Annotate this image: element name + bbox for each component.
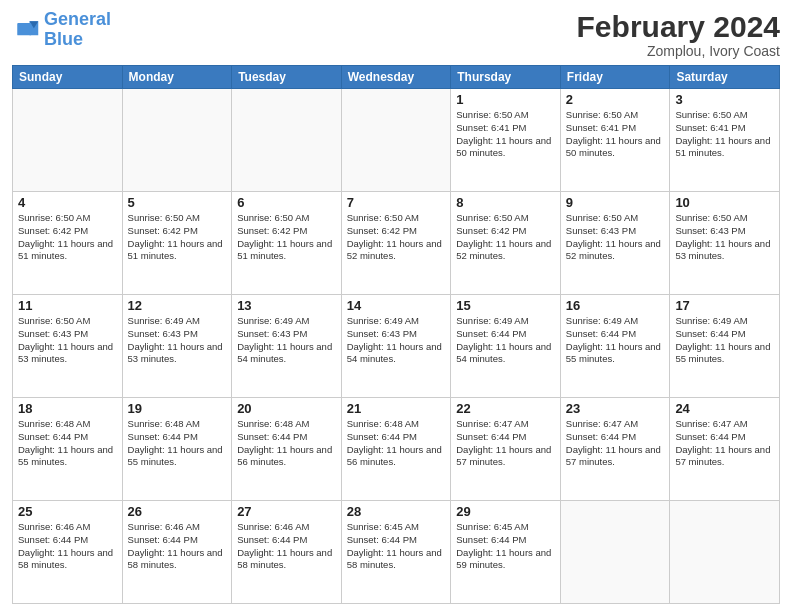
week-row-2: 4Sunrise: 6:50 AM Sunset: 6:42 PM Daylig… bbox=[13, 192, 780, 295]
calendar-cell: 11Sunrise: 6:50 AM Sunset: 6:43 PM Dayli… bbox=[13, 295, 123, 398]
day-info: Sunrise: 6:50 AM Sunset: 6:43 PM Dayligh… bbox=[566, 212, 665, 263]
calendar-cell: 21Sunrise: 6:48 AM Sunset: 6:44 PM Dayli… bbox=[341, 398, 451, 501]
day-number: 20 bbox=[237, 401, 336, 416]
calendar-cell: 9Sunrise: 6:50 AM Sunset: 6:43 PM Daylig… bbox=[560, 192, 670, 295]
day-number: 23 bbox=[566, 401, 665, 416]
day-number: 13 bbox=[237, 298, 336, 313]
calendar-cell bbox=[560, 501, 670, 604]
day-info: Sunrise: 6:50 AM Sunset: 6:42 PM Dayligh… bbox=[456, 212, 555, 263]
day-number: 8 bbox=[456, 195, 555, 210]
day-info: Sunrise: 6:47 AM Sunset: 6:44 PM Dayligh… bbox=[456, 418, 555, 469]
calendar-cell bbox=[670, 501, 780, 604]
calendar-cell: 14Sunrise: 6:49 AM Sunset: 6:43 PM Dayli… bbox=[341, 295, 451, 398]
day-info: Sunrise: 6:49 AM Sunset: 6:43 PM Dayligh… bbox=[128, 315, 227, 366]
day-info: Sunrise: 6:45 AM Sunset: 6:44 PM Dayligh… bbox=[456, 521, 555, 572]
calendar-cell bbox=[122, 89, 232, 192]
calendar-cell: 29Sunrise: 6:45 AM Sunset: 6:44 PM Dayli… bbox=[451, 501, 561, 604]
day-number: 24 bbox=[675, 401, 774, 416]
day-number: 14 bbox=[347, 298, 446, 313]
calendar-cell: 25Sunrise: 6:46 AM Sunset: 6:44 PM Dayli… bbox=[13, 501, 123, 604]
day-info: Sunrise: 6:47 AM Sunset: 6:44 PM Dayligh… bbox=[566, 418, 665, 469]
day-number: 29 bbox=[456, 504, 555, 519]
day-number: 15 bbox=[456, 298, 555, 313]
day-info: Sunrise: 6:46 AM Sunset: 6:44 PM Dayligh… bbox=[237, 521, 336, 572]
day-number: 22 bbox=[456, 401, 555, 416]
calendar-cell: 19Sunrise: 6:48 AM Sunset: 6:44 PM Dayli… bbox=[122, 398, 232, 501]
day-number: 18 bbox=[18, 401, 117, 416]
day-number: 2 bbox=[566, 92, 665, 107]
logo: General Blue bbox=[12, 10, 111, 50]
calendar-cell: 26Sunrise: 6:46 AM Sunset: 6:44 PM Dayli… bbox=[122, 501, 232, 604]
header: General Blue February 2024 Zomplou, Ivor… bbox=[12, 10, 780, 59]
subtitle: Zomplou, Ivory Coast bbox=[577, 43, 780, 59]
week-row-3: 11Sunrise: 6:50 AM Sunset: 6:43 PM Dayli… bbox=[13, 295, 780, 398]
calendar-cell: 28Sunrise: 6:45 AM Sunset: 6:44 PM Dayli… bbox=[341, 501, 451, 604]
day-number: 11 bbox=[18, 298, 117, 313]
day-info: Sunrise: 6:50 AM Sunset: 6:42 PM Dayligh… bbox=[128, 212, 227, 263]
day-number: 27 bbox=[237, 504, 336, 519]
calendar-table: SundayMondayTuesdayWednesdayThursdayFrid… bbox=[12, 65, 780, 604]
col-header-saturday: Saturday bbox=[670, 66, 780, 89]
day-number: 28 bbox=[347, 504, 446, 519]
day-info: Sunrise: 6:49 AM Sunset: 6:44 PM Dayligh… bbox=[675, 315, 774, 366]
calendar-cell bbox=[341, 89, 451, 192]
day-info: Sunrise: 6:50 AM Sunset: 6:42 PM Dayligh… bbox=[18, 212, 117, 263]
day-number: 25 bbox=[18, 504, 117, 519]
day-info: Sunrise: 6:50 AM Sunset: 6:41 PM Dayligh… bbox=[566, 109, 665, 160]
title-block: February 2024 Zomplou, Ivory Coast bbox=[577, 10, 780, 59]
calendar-cell: 15Sunrise: 6:49 AM Sunset: 6:44 PM Dayli… bbox=[451, 295, 561, 398]
day-number: 7 bbox=[347, 195, 446, 210]
day-info: Sunrise: 6:48 AM Sunset: 6:44 PM Dayligh… bbox=[128, 418, 227, 469]
logo-icon bbox=[12, 16, 40, 44]
day-info: Sunrise: 6:46 AM Sunset: 6:44 PM Dayligh… bbox=[128, 521, 227, 572]
calendar-cell: 6Sunrise: 6:50 AM Sunset: 6:42 PM Daylig… bbox=[232, 192, 342, 295]
page: General Blue February 2024 Zomplou, Ivor… bbox=[0, 0, 792, 612]
calendar-cell: 18Sunrise: 6:48 AM Sunset: 6:44 PM Dayli… bbox=[13, 398, 123, 501]
calendar-cell: 13Sunrise: 6:49 AM Sunset: 6:43 PM Dayli… bbox=[232, 295, 342, 398]
day-info: Sunrise: 6:47 AM Sunset: 6:44 PM Dayligh… bbox=[675, 418, 774, 469]
day-info: Sunrise: 6:49 AM Sunset: 6:43 PM Dayligh… bbox=[347, 315, 446, 366]
day-info: Sunrise: 6:48 AM Sunset: 6:44 PM Dayligh… bbox=[18, 418, 117, 469]
col-header-wednesday: Wednesday bbox=[341, 66, 451, 89]
day-info: Sunrise: 6:50 AM Sunset: 6:43 PM Dayligh… bbox=[18, 315, 117, 366]
day-number: 6 bbox=[237, 195, 336, 210]
logo-line1: General bbox=[44, 9, 111, 29]
col-header-thursday: Thursday bbox=[451, 66, 561, 89]
day-number: 3 bbox=[675, 92, 774, 107]
logo-line2: Blue bbox=[44, 29, 83, 49]
day-info: Sunrise: 6:50 AM Sunset: 6:41 PM Dayligh… bbox=[456, 109, 555, 160]
day-info: Sunrise: 6:50 AM Sunset: 6:41 PM Dayligh… bbox=[675, 109, 774, 160]
day-info: Sunrise: 6:46 AM Sunset: 6:44 PM Dayligh… bbox=[18, 521, 117, 572]
week-row-5: 25Sunrise: 6:46 AM Sunset: 6:44 PM Dayli… bbox=[13, 501, 780, 604]
day-info: Sunrise: 6:50 AM Sunset: 6:42 PM Dayligh… bbox=[347, 212, 446, 263]
day-info: Sunrise: 6:48 AM Sunset: 6:44 PM Dayligh… bbox=[237, 418, 336, 469]
day-number: 26 bbox=[128, 504, 227, 519]
calendar-cell: 24Sunrise: 6:47 AM Sunset: 6:44 PM Dayli… bbox=[670, 398, 780, 501]
calendar-cell: 5Sunrise: 6:50 AM Sunset: 6:42 PM Daylig… bbox=[122, 192, 232, 295]
calendar-cell: 4Sunrise: 6:50 AM Sunset: 6:42 PM Daylig… bbox=[13, 192, 123, 295]
day-info: Sunrise: 6:49 AM Sunset: 6:44 PM Dayligh… bbox=[456, 315, 555, 366]
calendar-cell: 7Sunrise: 6:50 AM Sunset: 6:42 PM Daylig… bbox=[341, 192, 451, 295]
calendar-cell bbox=[13, 89, 123, 192]
day-number: 16 bbox=[566, 298, 665, 313]
col-header-friday: Friday bbox=[560, 66, 670, 89]
day-number: 4 bbox=[18, 195, 117, 210]
calendar-cell: 12Sunrise: 6:49 AM Sunset: 6:43 PM Dayli… bbox=[122, 295, 232, 398]
calendar-cell: 3Sunrise: 6:50 AM Sunset: 6:41 PM Daylig… bbox=[670, 89, 780, 192]
calendar-cell: 17Sunrise: 6:49 AM Sunset: 6:44 PM Dayli… bbox=[670, 295, 780, 398]
day-number: 10 bbox=[675, 195, 774, 210]
day-info: Sunrise: 6:45 AM Sunset: 6:44 PM Dayligh… bbox=[347, 521, 446, 572]
calendar-cell: 22Sunrise: 6:47 AM Sunset: 6:44 PM Dayli… bbox=[451, 398, 561, 501]
main-title: February 2024 bbox=[577, 10, 780, 43]
calendar-cell: 27Sunrise: 6:46 AM Sunset: 6:44 PM Dayli… bbox=[232, 501, 342, 604]
col-header-sunday: Sunday bbox=[13, 66, 123, 89]
day-info: Sunrise: 6:48 AM Sunset: 6:44 PM Dayligh… bbox=[347, 418, 446, 469]
day-number: 9 bbox=[566, 195, 665, 210]
calendar-cell: 1Sunrise: 6:50 AM Sunset: 6:41 PM Daylig… bbox=[451, 89, 561, 192]
calendar-cell: 8Sunrise: 6:50 AM Sunset: 6:42 PM Daylig… bbox=[451, 192, 561, 295]
calendar-cell: 23Sunrise: 6:47 AM Sunset: 6:44 PM Dayli… bbox=[560, 398, 670, 501]
col-header-monday: Monday bbox=[122, 66, 232, 89]
day-number: 19 bbox=[128, 401, 227, 416]
calendar-cell: 20Sunrise: 6:48 AM Sunset: 6:44 PM Dayli… bbox=[232, 398, 342, 501]
day-number: 12 bbox=[128, 298, 227, 313]
